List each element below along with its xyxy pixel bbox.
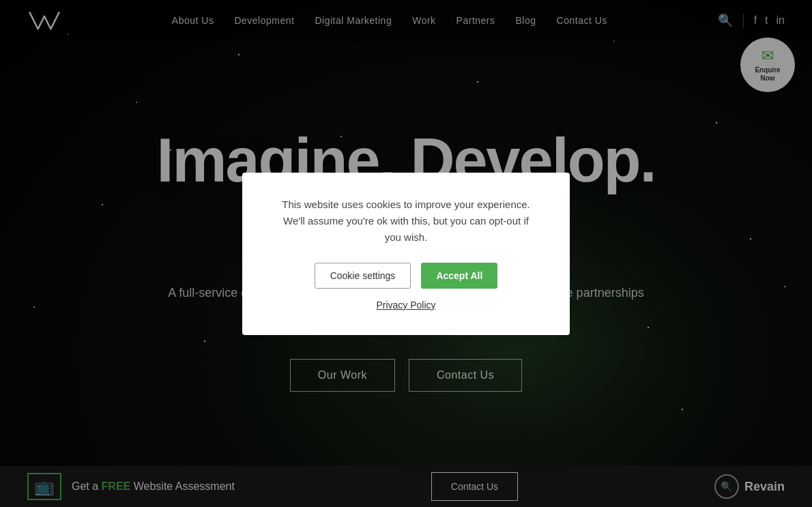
cookie-settings-button[interactable]: Cookie settings bbox=[315, 263, 411, 289]
privacy-policy-link[interactable]: Privacy Policy bbox=[376, 300, 435, 310]
cookie-buttons: Cookie settings Accept All bbox=[276, 263, 536, 289]
cookie-modal-overlay: This website uses cookies to improve you… bbox=[0, 0, 812, 507]
accept-all-button[interactable]: Accept All bbox=[421, 263, 497, 289]
cookie-message: This website uses cookies to improve you… bbox=[276, 197, 536, 246]
cookie-modal: This website uses cookies to improve you… bbox=[242, 173, 570, 335]
